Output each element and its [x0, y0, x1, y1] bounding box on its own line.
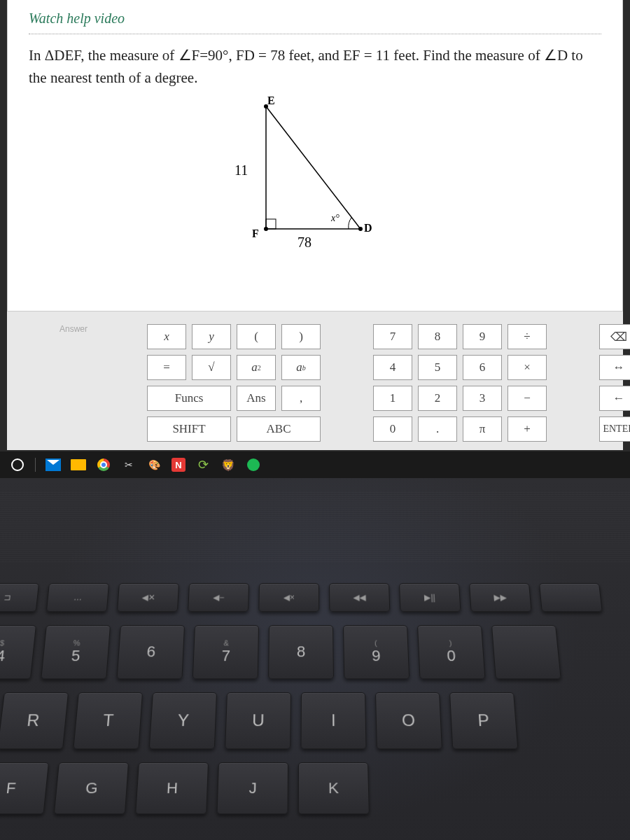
physical-key: ◀−: [188, 583, 249, 612]
vertex-d-label: D: [364, 222, 372, 234]
key-3[interactable]: 3: [463, 386, 502, 411]
key-5[interactable]: 5: [418, 355, 457, 380]
chrome-icon[interactable]: [96, 457, 111, 472]
key-divide[interactable]: ÷: [507, 324, 547, 349]
physical-key: ▶||: [399, 583, 461, 612]
steam-icon[interactable]: ⟳: [195, 457, 211, 472]
key-delete[interactable]: ⌫: [599, 324, 630, 349]
windows-taskbar: ✂ 🎨 N ⟳ 🦁: [0, 451, 630, 478]
key-2[interactable]: 2: [418, 386, 457, 411]
physical-key: G: [54, 762, 129, 814]
keyboard-fn-row: ⊐…◀✕◀−◀×◀◀▶||▶▶: [0, 583, 630, 612]
keypad-group-vars: x y ( ) = √ a2 ab Funcs Ans , SHIFT ABC: [147, 324, 321, 442]
keyboard-number-row: $4%56&78(9)0: [0, 625, 630, 679]
left-arrow-icon: ←: [613, 391, 625, 405]
screen-bezel: [0, 492, 630, 562]
side-ef-label: 11: [234, 162, 248, 178]
key-4[interactable]: 4: [373, 355, 412, 380]
key-9[interactable]: 9: [463, 324, 502, 349]
vertex-f-label: F: [252, 227, 259, 240]
key-rparen[interactable]: ): [281, 324, 321, 349]
spotify-icon[interactable]: [246, 457, 261, 472]
key-8[interactable]: 8: [418, 324, 457, 349]
key-x[interactable]: x: [147, 324, 186, 349]
physical-key: ◀◀: [329, 583, 390, 612]
physical-key: %5: [41, 625, 111, 679]
key-lparen[interactable]: (: [237, 324, 276, 349]
key-leftright[interactable]: ↔: [599, 355, 630, 380]
key-back[interactable]: ←: [599, 386, 630, 411]
physical-key: 6: [116, 625, 185, 679]
keyboard-letter-row: RTYUIOP: [0, 692, 630, 749]
physical-key: F: [0, 762, 49, 814]
key-abc[interactable]: ABC: [237, 416, 321, 442]
keypad-group-numeric: 7 8 9 ÷ 4 5 6 × 1 2 3 − 0 . π +: [373, 324, 547, 442]
key-comma[interactable]: ,: [281, 386, 321, 411]
backspace-icon: ⌫: [610, 330, 627, 344]
physical-key: [539, 583, 603, 612]
key-pi[interactable]: π: [463, 416, 502, 442]
keypad-group-actions: ⌫ ↔ ← ENTER: [599, 324, 630, 442]
svg-point-5: [358, 227, 363, 231]
physical-key: J: [216, 762, 288, 814]
vertex-e-label: E: [267, 94, 275, 107]
physical-keyboard-photo: ⊐…◀✕◀−◀×◀◀▶||▶▶ $4%56&78(9)0 RTYUIOP FGH…: [0, 478, 630, 840]
key-minus[interactable]: −: [507, 386, 547, 411]
key-power[interactable]: ab: [281, 355, 321, 380]
key-equals[interactable]: =: [147, 355, 186, 380]
n-app-icon[interactable]: N: [172, 458, 186, 472]
key-dot[interactable]: .: [418, 416, 457, 442]
triangle-diagram: E F D 11 78 x°: [29, 96, 601, 264]
key-square[interactable]: a2: [237, 355, 276, 380]
physical-key: (9: [343, 625, 410, 679]
side-fd-label: 78: [298, 234, 312, 251]
watch-help-video-link[interactable]: Watch help video: [29, 7, 125, 30]
key-y[interactable]: y: [192, 324, 231, 349]
keyboard-bottom-row: FGHJK: [0, 762, 630, 814]
key-funcs[interactable]: Funcs: [147, 386, 231, 411]
taskbar-separator: [35, 458, 36, 472]
key-7[interactable]: 7: [373, 324, 412, 349]
answer-label: Answer: [59, 324, 88, 334]
physical-key: Y: [149, 692, 217, 749]
mail-icon[interactable]: [46, 457, 61, 472]
key-ans[interactable]: Ans: [237, 386, 276, 411]
worksheet-panel: Watch help video In ΔDEF, the measure of…: [7, 0, 623, 312]
paint-icon[interactable]: 🎨: [146, 457, 162, 472]
calculator-keypad: Answer x y ( ) = √ a2 ab Funcs Ans , SHI…: [7, 312, 623, 450]
leftright-arrow-icon: ↔: [613, 360, 625, 374]
physical-key: I: [300, 692, 366, 749]
physical-key: 8: [268, 625, 334, 679]
physical-key: U: [225, 692, 291, 749]
physical-key: ◀×: [258, 583, 319, 612]
physical-key: $4: [0, 625, 36, 679]
physical-key: O: [375, 692, 442, 749]
physical-key: R: [0, 692, 69, 749]
svg-line-2: [266, 106, 360, 229]
physical-key: ⊐: [0, 583, 39, 612]
physical-key: ◀✕: [117, 583, 179, 612]
key-enter[interactable]: ENTER: [599, 416, 630, 442]
angle-d-label: x°: [331, 213, 340, 224]
key-shift[interactable]: SHIFT: [147, 416, 231, 442]
key-sqrt[interactable]: √: [192, 355, 231, 380]
physical-key: T: [73, 692, 143, 749]
physical-key: &7: [192, 625, 259, 679]
key-plus[interactable]: +: [507, 416, 547, 442]
brave-icon[interactable]: 🦁: [220, 457, 236, 472]
physical-key: K: [298, 762, 370, 814]
snip-icon[interactable]: ✂: [121, 457, 136, 472]
key-1[interactable]: 1: [373, 386, 412, 411]
key-multiply[interactable]: ×: [507, 355, 547, 380]
cortana-icon[interactable]: [10, 457, 25, 472]
key-0[interactable]: 0: [373, 416, 412, 442]
physical-key: )0: [417, 625, 486, 679]
physical-key: …: [46, 583, 109, 612]
key-6[interactable]: 6: [463, 355, 502, 380]
divider: [29, 34, 601, 34]
file-explorer-icon[interactable]: [71, 457, 86, 472]
physical-key: ▶▶: [469, 583, 532, 612]
question-text: In ΔDEF, the measure of ∠F=90°, FD = 78 …: [29, 45, 601, 89]
physical-key: P: [449, 692, 518, 749]
physical-key: [491, 625, 561, 679]
